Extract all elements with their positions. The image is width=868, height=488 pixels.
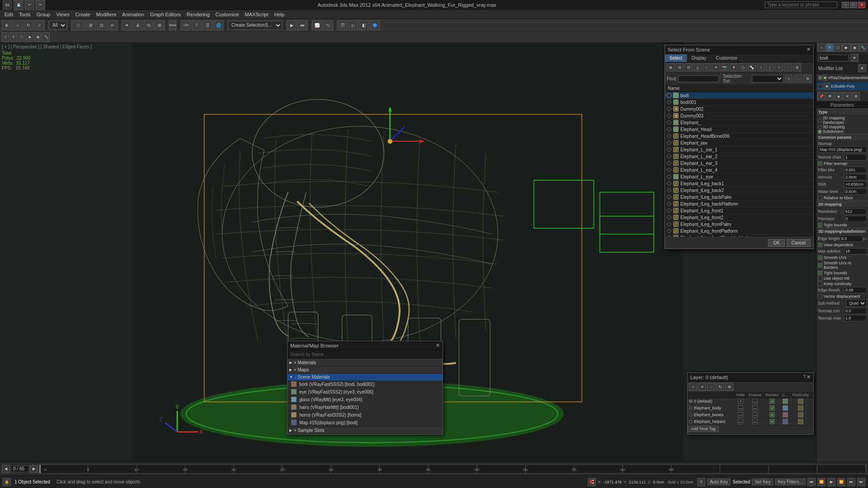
command-panel-utilities[interactable]: 🔧 <box>42 32 50 42</box>
layer-add-time-tag-btn[interactable]: Add Time Tag <box>688 426 719 432</box>
scene-item-bodi001[interactable]: ⬡ bodi001 <box>665 99 813 106</box>
layer-render-default[interactable]: ✓ <box>763 399 781 404</box>
next-key[interactable]: ⏭ <box>297 20 307 30</box>
edge-length-input[interactable] <box>840 235 863 242</box>
mat-item-eye[interactable]: eye (VRayFastSSS2) [eye3, eye006] <box>288 388 443 396</box>
align[interactable]: ⊤ <box>192 20 202 30</box>
paint-select[interactable]: ✏ <box>108 20 118 30</box>
angle-snap[interactable]: ∡ <box>133 20 143 30</box>
mirror[interactable]: ⊣⊢ <box>181 20 191 30</box>
layer-new-btn[interactable]: + <box>689 383 697 391</box>
quick-access-btn[interactable]: 💾 <box>14 0 24 10</box>
spinner-snap[interactable]: ⊞ <box>155 20 165 30</box>
amount-input[interactable] <box>844 174 867 180</box>
select-object[interactable]: □ <box>71 20 85 30</box>
menu-rendering[interactable]: Rendering <box>184 11 212 18</box>
resolution-input[interactable] <box>844 208 867 215</box>
layer-manager[interactable]: ☰ <box>203 20 212 30</box>
window-crossing[interactable]: ⊡ <box>97 20 107 30</box>
layer-freeze-helpers[interactable]: — <box>747 419 763 424</box>
scene-dialog-close[interactable]: ✕ <box>807 47 811 52</box>
scene-item-lleg-frontpalm[interactable]: ╱ Elephant_lLeg_frontPalm <box>665 221 813 228</box>
menu-views[interactable]: Views <box>53 11 72 18</box>
layer-dialog-close[interactable]: ✕ <box>807 374 811 380</box>
scene-item-lleg-backpalm[interactable]: ╱ Elephant_lLeg_backPalm <box>665 194 813 201</box>
key-filters-button[interactable]: Key Filters... <box>775 479 806 485</box>
modifier-item-vray[interactable]: ✓ ◉ VRayDisplacementMod <box>816 74 868 82</box>
texture-chan-input[interactable] <box>844 154 867 160</box>
mat-sample-header[interactable]: ▶+ Sample Slots <box>288 427 443 434</box>
smooth-uvs-borders-check[interactable] <box>818 263 822 267</box>
scene-item-dummy003[interactable]: ◈ Dummy003 <box>665 113 813 119</box>
scene-item-ear2[interactable]: ╱ Elephant_L_ear_2 <box>665 153 813 160</box>
go-start-btn[interactable]: ⏮ <box>807 478 816 486</box>
layer-add-sel-btn[interactable]: → <box>707 383 715 391</box>
layer-color-body[interactable] <box>781 405 789 411</box>
cmd-modify-icon[interactable]: ✎ <box>826 43 834 52</box>
select-filter[interactable]: All <box>49 21 67 30</box>
rotate-tool[interactable]: ↻ <box>24 20 33 30</box>
scene-item-dummy002[interactable]: ◈ Dummy002 <box>665 106 813 113</box>
type-2d-radio[interactable] <box>818 118 822 122</box>
scene-item-elephant-head[interactable]: ⬡ Elephant_Head <box>665 126 813 133</box>
mod-config-icon[interactable]: ⚙ <box>852 92 860 100</box>
scene-item-lleg-front2[interactable]: ╱ Elephant_lLeg_front2 <box>665 214 813 221</box>
percent-snap[interactable]: % <box>144 20 154 30</box>
layer-row-default[interactable]: 0 (default) ✓ — ✓ <box>688 398 813 405</box>
frame-step-btn[interactable]: ⏭ <box>857 478 865 486</box>
mat-item-glass[interactable]: glass (VRayMtl) [eye3, eye004] <box>288 396 443 404</box>
command-panel-display[interactable]: ◉ <box>34 32 42 42</box>
scene-cancel-button[interactable]: Cancel <box>787 239 811 247</box>
redo-btn[interactable]: ↪ <box>35 0 45 10</box>
scene-item-lleg-backplatform[interactable]: ╱ Elephant_lLeg_backPlatform <box>665 201 813 207</box>
set-key-button[interactable]: Set Key <box>752 479 773 485</box>
type-2d-option[interactable]: 2D mapping (landscape) <box>816 116 868 125</box>
snap-icon[interactable]: 🧲 <box>588 478 596 486</box>
view-dependent-check[interactable] <box>818 243 822 247</box>
menu-animation[interactable]: Animation <box>119 11 147 18</box>
timeline-next-btn[interactable]: ▶ <box>30 465 38 473</box>
scene-camera-icon[interactable]: 📷 <box>721 63 729 71</box>
modifier-list-dropdown[interactable]: ▼ <box>858 64 866 72</box>
mat-maps-header[interactable]: ▶+ Maps <box>288 366 443 373</box>
menu-modifiers[interactable]: Modifiers <box>93 11 119 18</box>
scale-tool[interactable]: ⤢ <box>34 20 44 30</box>
scene-item-lleg-back2[interactable]: ╱ Elephant_lLeg_back2 <box>665 187 813 194</box>
filter-blur-input[interactable] <box>844 167 867 173</box>
scene-item-lleg-frontplatform[interactable]: ╱ Elephant_lLeg_frontPlatform <box>665 228 813 235</box>
next-frame-btn[interactable]: ⏩ <box>837 478 845 486</box>
menu-help[interactable]: Help <box>272 11 288 18</box>
scene-add-icon[interactable]: + <box>775 63 783 71</box>
modifier-enable-vray[interactable]: ✓ <box>818 75 822 80</box>
viewport[interactable]: [ + ] [ Perspective ] [ Shaded | Edged F… <box>0 42 816 462</box>
menu-maxscript[interactable]: MAXScript <box>242 11 271 18</box>
keyword-search[interactable] <box>765 1 837 8</box>
layer-row-bones[interactable]: Elephant_bones — — ✓ <box>688 412 813 418</box>
scene-item-ear3[interactable]: ╱ Elephant_L_ear_3 <box>665 160 813 167</box>
layer-row-helpers[interactable]: Elephant_helpers — — ✓ <box>688 418 813 425</box>
undo-btn[interactable]: ↩ <box>24 0 34 10</box>
mod-remove-icon[interactable]: ✕ <box>843 92 851 100</box>
scene-none-icon[interactable]: ⊟ <box>675 63 684 71</box>
prev-frame-btn[interactable]: ⏪ <box>817 478 826 486</box>
named-selection[interactable]: New <box>169 20 176 30</box>
scene-item-elephant-headbone[interactable]: ╱ Elephant_HeadBone006 <box>665 133 813 140</box>
select-region[interactable]: ⊞ <box>86 20 96 30</box>
material-editor[interactable]: 🔷 <box>370 20 380 30</box>
scene-tab-customize[interactable]: Customize <box>712 54 742 62</box>
snap-toggle[interactable]: ✦ <box>122 20 132 30</box>
layer-freeze-default[interactable]: — <box>747 399 763 404</box>
layer-freeze-bones[interactable]: — <box>747 412 763 418</box>
scene-tab-display[interactable]: Display <box>687 54 712 62</box>
mat-scene-header[interactable]: ▼- Scene Materials <box>288 374 443 380</box>
mod-pin-icon[interactable]: 📌 <box>817 92 826 100</box>
layer-hide-body[interactable]: — <box>734 405 747 411</box>
layer-render-bones[interactable]: ✓ <box>763 412 781 418</box>
scene-options-icon[interactable]: ⋮ <box>766 63 774 71</box>
scene-item-elephant[interactable]: ⬡ Elephant_ <box>665 119 813 126</box>
select-tool[interactable]: ⊕ <box>2 20 12 30</box>
max-subdivs-input[interactable] <box>844 248 867 254</box>
close-btn[interactable]: ✕ <box>858 2 865 8</box>
mat-browser-close[interactable]: ✕ <box>436 343 440 348</box>
scene-selset-cfg[interactable]: ⚙ <box>803 75 811 83</box>
